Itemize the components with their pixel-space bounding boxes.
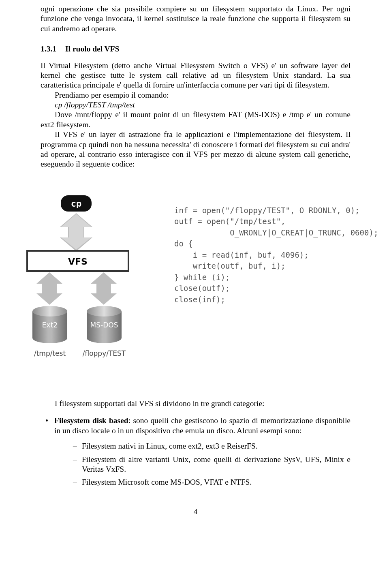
section-heading: 1.3.1Il ruolo del VFS [41,44,351,54]
fs-path-tmp: /tmp/test [34,349,66,357]
svg-point-11 [87,333,122,343]
figure-diagram: cp VFS [24,194,150,366]
intro-paragraph: ogni operazione che sia possibile compie… [41,4,351,34]
document-page: ogni operazione che sia possibile compie… [0,0,389,528]
svg-marker-2 [61,214,91,250]
subcategory-item: Filesystem nativi in Linux, come ext2, e… [54,441,351,451]
example-desc: Dove /mnt/floppy e' il mount point di un… [41,110,351,130]
category-item-strong: Filesystem disk based [54,416,128,425]
figure: cp VFS [41,194,351,366]
category-item-disk: Filesystem disk based: sono quelli che g… [41,416,351,487]
svg-point-12 [87,306,122,316]
page-number: 4 [41,507,351,517]
svg-point-9 [32,306,67,316]
vfs-label: VFS [68,257,88,267]
fs-label-ext2: Ext2 [42,321,58,329]
cp-label: cp [71,199,82,209]
subcategory-item: Filesystem Microsoft come MS-DOS, VFAT e… [54,477,351,487]
example-command: cp /floppy/TEST /tmp/test [41,100,351,110]
fs-label-msdos: MS-DOS [90,321,118,329]
category-list: Filesystem disk based: sono quelli che g… [41,416,351,487]
body-paragraph-1: Il Virtual Filesystem (detto anche Virtu… [41,61,351,90]
section-title: Il ruolo del VFS [65,45,119,53]
example-intro: Prendiamo per esempio il comando: [41,90,351,100]
section-number: 1.3.1 [41,44,56,54]
figure-code: inf = open("/floppy/TEST", O_RDONLY, 0);… [174,205,378,306]
svg-marker-5 [36,272,62,305]
subcategory-list: Filesystem nativi in Linux, come ext2, e… [54,441,351,488]
svg-point-8 [32,333,67,343]
fs-path-floppy: /floppy/TEST [83,349,126,357]
subcategory-item: Filesystem di altre varianti Unix, come … [54,455,351,475]
body-paragraph-2: Il VFS e' un layer di astrazione fra le … [41,130,351,169]
svg-marker-6 [91,272,117,305]
categories-intro: I filesystem supportati dal VFS si divid… [41,399,351,408]
